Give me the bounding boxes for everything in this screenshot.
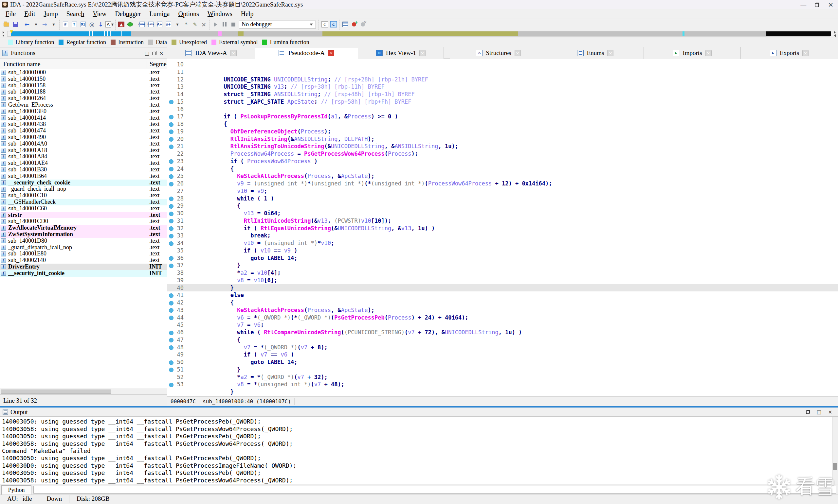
- panel-close-button[interactable]: ×: [158, 50, 165, 56]
- band-segment[interactable]: [322, 31, 518, 36]
- function-row[interactable]: sub_140001C60 .text: [0, 205, 167, 212]
- tab-close-icon[interactable]: [419, 50, 425, 56]
- code-line[interactable]: 32 v10 = (unsigned int *)*v10;: [167, 225, 838, 232]
- add-name-button[interactable]: A+: [156, 20, 164, 29]
- code-line[interactable]: 29 RtlInitUnicodeString(&v13, (PCWSTR)v1…: [167, 202, 838, 210]
- tab-close-icon[interactable]: [328, 50, 334, 56]
- tab-close-icon[interactable]: [230, 50, 237, 56]
- breakpoint-dot[interactable]: [167, 91, 173, 98]
- debugger-select[interactable]: No debugger: [239, 21, 316, 29]
- breakpoint-dot[interactable]: [167, 150, 173, 158]
- pseudocode-view[interactable]: 10 UNICODE_STRING UNICODEDLLString; // […: [167, 59, 838, 396]
- band-segment[interactable]: [518, 31, 682, 36]
- code-line[interactable]: 10 UNICODE_STRING UNICODEDLLString; // […: [167, 61, 838, 68]
- menu-item[interactable]: Lumina: [145, 10, 174, 18]
- function-row[interactable]: sub_140001B64 .text: [0, 173, 167, 180]
- code-line[interactable]: 12 struct _STRING ANSIDLLString; // [rsp…: [167, 76, 838, 84]
- breakpoint-dot[interactable]: [167, 83, 173, 91]
- function-row[interactable]: sub_140001C10 .text: [0, 192, 167, 199]
- panel-close-button[interactable]: ×: [827, 409, 834, 415]
- code-line[interactable]: 44 while ( RtlCompareUnicodeString((PCUN…: [167, 314, 838, 322]
- band-segment[interactable]: [766, 31, 831, 36]
- breakpoint-dot[interactable]: [167, 173, 173, 180]
- function-row[interactable]: sub_140002140 .text: [0, 257, 167, 264]
- band-segment[interactable]: [11, 31, 131, 36]
- code-line[interactable]: 45 {: [167, 321, 838, 329]
- code-line[interactable]: 15 if ( PsLookupProcessByProcessId(a1, &…: [167, 98, 838, 106]
- menu-item[interactable]: Help: [237, 10, 258, 18]
- breakpoint-dot[interactable]: [167, 381, 173, 388]
- remove-breakpoint-button[interactable]: [359, 20, 367, 29]
- breakpoint-dot[interactable]: [167, 187, 173, 195]
- menu-item[interactable]: Jump: [39, 10, 62, 18]
- jump-binary-button[interactable]: 01: [79, 20, 87, 29]
- function-row[interactable]: __security_check_cookie .text: [0, 180, 167, 186]
- code-line[interactable]: 22 {: [167, 150, 838, 158]
- breakpoint-dot[interactable]: [167, 247, 173, 254]
- breakpoint-dot[interactable]: [167, 143, 173, 150]
- tab[interactable]: IDA View-A: [167, 47, 255, 59]
- breakpoint-dot[interactable]: [167, 217, 173, 225]
- function-row[interactable]: sub_140001000 .text: [0, 69, 167, 76]
- add-struct-button[interactable]: s+: [164, 20, 173, 29]
- breakpoint-dot[interactable]: [167, 106, 173, 113]
- functions-column-headers[interactable]: Function name Segme: [0, 59, 167, 69]
- tab[interactable]: Structures: [450, 47, 547, 59]
- functions-hscrollbar[interactable]: [0, 389, 167, 394]
- band-segment[interactable]: [219, 31, 222, 36]
- function-row[interactable]: sub_140001490 .text: [0, 134, 167, 141]
- breakpoint-dot[interactable]: [167, 254, 173, 262]
- tab[interactable]: Enums: [547, 47, 644, 59]
- breakpoint-dot[interactable]: [167, 68, 173, 76]
- column-function-name[interactable]: Function name: [0, 60, 147, 68]
- minimize-button[interactable]: —: [800, 1, 807, 8]
- band-scroll-left[interactable]: [1, 31, 6, 37]
- panel-float-button[interactable]: [151, 50, 158, 56]
- output-vscrollbar[interactable]: [833, 417, 838, 484]
- code-line[interactable]: 24 v9 = (unsigned int *)*(unsigned int *…: [167, 165, 838, 173]
- band-segment[interactable]: [244, 31, 322, 36]
- debugger-start-button[interactable]: [211, 20, 220, 29]
- code-line[interactable]: 20 ProcessWow64Process = PsGetProcessWow…: [167, 136, 838, 143]
- breakpoint-dot[interactable]: [167, 358, 173, 366]
- code-line[interactable]: 30 if ( RtlEqualUnicodeString(&UNICODEDL…: [167, 210, 838, 217]
- breakpoint-dot[interactable]: [167, 329, 173, 336]
- undefine-button[interactable]: ×: [200, 20, 208, 29]
- code-line[interactable]: 21 if ( ProcessWow64Process ): [167, 143, 838, 150]
- breakpoint-dot[interactable]: [167, 239, 173, 247]
- function-row[interactable]: _guard_check_icall_nop .text: [0, 186, 167, 192]
- function-row[interactable]: sub_140001188 .text: [0, 89, 167, 95]
- breakpoint-dot[interactable]: [167, 202, 173, 210]
- code-line[interactable]: 14: [167, 91, 838, 98]
- code-line[interactable]: 23 KeStackAttachProcess(Process, &ApcSta…: [167, 158, 838, 165]
- quick-debug-view-button[interactable]: c: [329, 20, 337, 29]
- code-line[interactable]: 25 v10 = v9;: [167, 173, 838, 180]
- tab[interactable]: Hex View-1: [358, 47, 444, 59]
- code-line[interactable]: 38 }: [167, 269, 838, 277]
- breakpoint-dot[interactable]: [167, 210, 173, 217]
- code-line[interactable]: 43 v7 = v6;: [167, 306, 838, 314]
- tab-close-icon[interactable]: [802, 50, 808, 56]
- breakpoint-dot[interactable]: [167, 136, 173, 143]
- function-row[interactable]: sub_140001CD0 .text: [0, 218, 167, 225]
- function-row[interactable]: ZwAllocateVirtualMemory .text: [0, 225, 167, 231]
- breakpoint-dot[interactable]: [167, 120, 173, 128]
- code-line[interactable]: 53 a2[1] = v8;: [167, 381, 838, 388]
- menu-item[interactable]: Windows: [203, 10, 237, 18]
- function-row[interactable]: sub_140001474 .text: [0, 128, 167, 134]
- search-button[interactable]: ◎: [88, 20, 96, 29]
- breakpoint-dot[interactable]: [167, 366, 173, 374]
- open-file-button[interactable]: [2, 20, 11, 29]
- lumina-status-button[interactable]: [126, 20, 134, 29]
- breakpoint-dot[interactable]: [167, 225, 173, 232]
- function-row[interactable]: sub_140001158 .text: [0, 83, 167, 89]
- code-line[interactable]: 16 {: [167, 106, 838, 113]
- code-line[interactable]: 28 v13 = 0i64;: [167, 195, 838, 202]
- function-row[interactable]: Getdwm_EProcess .text: [0, 102, 167, 108]
- navigate-forward-button[interactable]: →: [40, 20, 49, 29]
- function-row[interactable]: sub_140001438 .text: [0, 121, 167, 128]
- breakpoint-dot[interactable]: [167, 351, 173, 358]
- debugger-options-button[interactable]: c: [320, 20, 329, 29]
- code-line[interactable]: 46 v7 = *(_QWORD *)(v7 + 8);: [167, 329, 838, 336]
- breakpoint-dot[interactable]: [167, 113, 173, 120]
